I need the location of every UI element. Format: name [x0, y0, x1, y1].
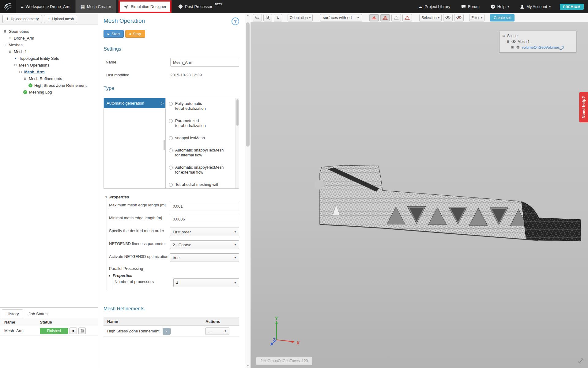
tree-item-geometries[interactable]: ⊟ Geometries — [0, 28, 98, 35]
scene-tree-item-scene[interactable]: ⊟ Scene — [502, 33, 574, 39]
tree-item-mesh-arm[interactable]: ⊟ Mesh_Arm — [0, 68, 98, 75]
triangle-down-icon: ▼ — [105, 196, 107, 199]
collapse-icon[interactable]: ⊟ — [19, 70, 22, 74]
max-edge-length-input[interactable] — [170, 202, 239, 210]
tab-history[interactable]: History — [2, 309, 23, 318]
workspace-menu[interactable]: ≡ Workspace > Drone_Arm — [16, 0, 76, 13]
gears-icon — [124, 4, 129, 9]
stop-job-button[interactable]: ■ — [70, 328, 77, 334]
mesh-1-label: Mesh 1 — [518, 40, 530, 44]
surface-only-toggle-button[interactable] — [391, 14, 401, 21]
scroll-up-arrow[interactable]: ▲ — [245, 14, 251, 17]
zoom-out-button[interactable] — [263, 14, 272, 21]
type-option-scrollbar[interactable] — [236, 98, 239, 188]
category-list-scrollbar[interactable] — [164, 140, 165, 150]
expand-icon[interactable]: ⊞ — [8, 36, 12, 40]
collapse-icon[interactable]: ⊟ — [3, 43, 7, 47]
processors-select[interactable]: 4 ▼ — [173, 278, 239, 287]
collapse-icon[interactable]: ⊟ — [8, 50, 12, 54]
tree-item-mesh-1[interactable]: ⊟ Mesh 1 — [0, 48, 98, 55]
start-button[interactable]: ▶ Start — [104, 30, 124, 38]
tab-job-status[interactable]: Job Status — [24, 309, 52, 318]
upload-geometry-button[interactable]: ↥ Upload geometry — [2, 15, 42, 23]
3d-viewport[interactable]: ⊟ Scene ⊟ Mesh 1 ⊞ volumeOnGeoVolumes_0 — [251, 22, 588, 368]
radio-automatic-snappyhexmesh-internal[interactable]: Automatic snappyHexMesh for internal flo… — [169, 148, 234, 158]
collapse-icon[interactable]: ⊟ — [502, 34, 506, 38]
mesh-wireframe-toggle-button[interactable] — [380, 14, 390, 21]
center-panel-scrollbar[interactable]: ▲ ▼ — [245, 13, 250, 368]
topbar-right-group: ☁ Project Library Forum ? Help ▾ — [413, 0, 588, 13]
radio-automatic-snappyhexmesh-external[interactable]: Automatic snappyHexMesh for external flo… — [169, 165, 234, 175]
filter-button[interactable]: Filter ▾ — [469, 14, 484, 21]
properties-section-header[interactable]: ▼ Properties — [104, 195, 239, 199]
scroll-down-arrow[interactable]: ▼ — [245, 365, 251, 367]
fineness-select[interactable]: 2 - Coarse ▼ — [170, 240, 239, 249]
optimization-select[interactable]: true ▼ — [170, 253, 239, 262]
eye-icon[interactable] — [516, 46, 520, 49]
eye-slash-icon — [456, 16, 462, 19]
fullscreen-icon[interactable] — [578, 358, 584, 364]
need-help-tab[interactable]: Need help? — [579, 92, 588, 122]
expand-icon[interactable]: ⊞ — [511, 45, 514, 49]
processors-label: Number of processors — [115, 278, 173, 284]
my-account-menu[interactable]: My Account ▾ — [515, 0, 556, 13]
radio-parametrized-tetrahedralization[interactable]: Parametrized tetrahedralization — [169, 118, 234, 128]
radio-fully-automatic-tetrahedralization[interactable]: Fully automatic tetrahedralization — [169, 101, 234, 111]
tab-mesh-creator[interactable]: ▦ Mesh Creator — [76, 0, 116, 13]
name-input[interactable] — [170, 58, 239, 67]
chevron-down-icon: ▼ — [234, 231, 236, 233]
type-category-automatic-generation[interactable]: Automatic generation ▷ — [104, 98, 165, 108]
mesh-surface-toggle-button[interactable] — [369, 14, 379, 21]
selection-button[interactable]: Selection ▾ — [419, 14, 442, 21]
parallel-properties-group: Number of processors 4 ▼ — [112, 278, 239, 289]
help-menu[interactable]: ? Help ▾ — [486, 0, 514, 13]
scrollbar-thumb[interactable] — [236, 99, 239, 126]
refresh-view-button[interactable]: ↻ — [274, 14, 282, 21]
help-button[interactable]: ? — [232, 17, 239, 25]
show-selected-button[interactable] — [443, 14, 453, 21]
tree-item-mesh-operations[interactable]: ⊟ Mesh Operations — [0, 62, 98, 68]
collapse-icon[interactable]: ⊟ — [13, 63, 17, 67]
help-icon: ? — [491, 4, 495, 9]
tab-post-processor[interactable]: Post-Processor BETA — [173, 0, 227, 13]
radio-tetrahedral-meshing-with[interactable]: Tetrahedral meshing with — [169, 182, 234, 187]
scene-tree-item-mesh-1[interactable]: ⊟ Mesh 1 — [502, 39, 574, 44]
project-library-button[interactable]: ☁ Project Library — [413, 0, 455, 13]
radio-icon[interactable] — [169, 136, 173, 140]
collapse-icon[interactable]: ⊟ — [506, 40, 510, 44]
tree-item-meshing-log[interactable]: ✓ Meshing Log — [0, 89, 98, 95]
parallel-properties-header[interactable]: ▼ Properties — [107, 273, 239, 278]
tree-item-topological-entity-sets[interactable]: ● Topological Entity Sets — [0, 55, 98, 62]
radio-icon[interactable] — [169, 148, 173, 152]
stop-button[interactable]: ■ Stop — [125, 30, 145, 38]
radio-icon[interactable] — [169, 119, 173, 123]
tree-item-high-stress-zone-refinement[interactable]: ✓ High Stress Zone Refinement — [0, 82, 98, 89]
tree-item-meshes[interactable]: ⊟ Meshes — [0, 41, 98, 48]
mesh-order-select[interactable]: First order ▼ — [170, 228, 239, 236]
collapse-icon[interactable]: ⊟ — [3, 29, 7, 33]
collapse-icon[interactable]: ⊟ — [23, 77, 27, 81]
scrollbar-thumb[interactable] — [246, 22, 250, 147]
create-set-button[interactable]: Create set — [490, 14, 514, 21]
zoom-in-button[interactable] — [253, 14, 262, 21]
radio-icon[interactable] — [169, 183, 173, 187]
tab-simulation-designer[interactable]: Simulation Designer — [120, 2, 170, 12]
radio-icon[interactable] — [169, 166, 173, 170]
scene-tree-item-volume[interactable]: ⊞ volumeOnGeoVolumes_0 — [502, 44, 574, 50]
render-mode-select[interactable]: surfaces with ed ▼ — [320, 14, 362, 21]
radio-snappyhexmesh[interactable]: snappyHexMesh — [169, 136, 234, 140]
expand-refinement-button[interactable]: ˅ — [163, 328, 171, 335]
upload-mesh-button[interactable]: ↥ Upload mesh — [44, 15, 77, 23]
min-edge-length-input[interactable] — [170, 215, 239, 223]
hide-selected-button[interactable] — [454, 14, 464, 21]
delete-job-button[interactable] — [78, 328, 86, 334]
tree-item-mesh-refinements[interactable]: ⊟ Mesh Refinements — [0, 75, 98, 82]
outline-toggle-button[interactable] — [402, 14, 412, 21]
refinement-actions-select[interactable]: ... ▼ — [205, 328, 229, 335]
forum-button[interactable]: Forum — [456, 0, 484, 13]
tree-item-drone-arm[interactable]: ⊞ Drone_Arm — [0, 35, 98, 41]
simscale-logo[interactable] — [0, 0, 16, 13]
orientation-button[interactable]: Orientation ▾ — [288, 14, 313, 21]
radio-icon[interactable] — [169, 102, 173, 106]
eye-icon[interactable] — [511, 40, 516, 43]
